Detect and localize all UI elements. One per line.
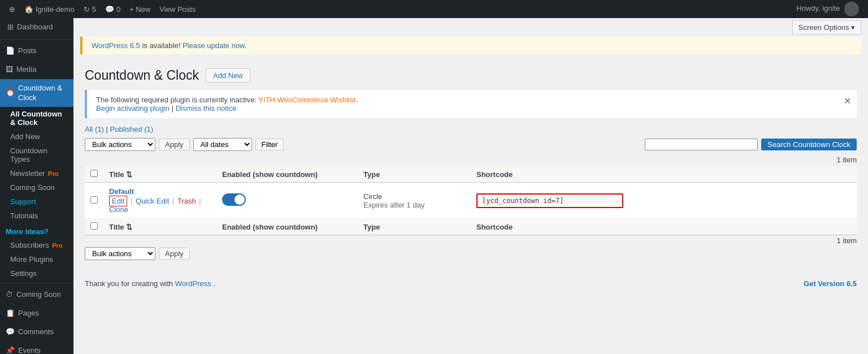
sidebar-item-dashboard[interactable]: ⊞ Dashboard bbox=[0, 18, 73, 37]
filter-all-link[interactable]: All (1) bbox=[85, 125, 104, 133]
wordpress-footer-link[interactable]: WordPress bbox=[175, 279, 211, 288]
countdown-table: Title ⇅ Enabled (show countdown) Type Sh… bbox=[85, 166, 857, 235]
dashboard-icon: ⊞ bbox=[7, 23, 14, 32]
wordpress-update-link[interactable]: WordPress 6.5 bbox=[92, 41, 140, 50]
plugin-name-link[interactable]: YITH WooCommerce Wishlist bbox=[258, 96, 355, 104]
add-new-sub-label: Add New bbox=[10, 132, 40, 141]
page-title: Countdown & Clock bbox=[85, 68, 199, 83]
quick-edit-link[interactable]: Quick Edit bbox=[136, 197, 169, 205]
bulk-actions-select-top[interactable]: Bulk actions bbox=[85, 138, 155, 151]
sort-icon-title-footer: ⇅ bbox=[126, 223, 132, 231]
sidebar-sub-subscribers[interactable]: Subscribers Pro bbox=[0, 238, 73, 252]
sidebar-more-ideas[interactable]: More Ideas? bbox=[0, 223, 73, 238]
col-header-checkbox bbox=[85, 166, 103, 183]
more-plugins-label: More Plugins bbox=[10, 255, 53, 264]
row-type-line1: Circle bbox=[363, 192, 465, 201]
sidebar-dashboard-label: Dashboard bbox=[17, 23, 53, 32]
wp-logo-item[interactable]: ⊕ bbox=[5, 0, 20, 18]
refresh-icon: ↻ bbox=[84, 5, 90, 14]
all-countdown-label: All Countdown & Clock bbox=[10, 110, 62, 127]
sidebar-sub-countdown-types[interactable]: Countdown Types bbox=[0, 144, 73, 166]
sidebar-sub-support[interactable]: Support bbox=[0, 195, 73, 209]
please-update-link[interactable]: Please update now. bbox=[183, 41, 246, 50]
comments-item[interactable]: 💬 0 bbox=[101, 0, 125, 18]
events-label: Events bbox=[18, 346, 41, 354]
row-type-cell: Circle Expires after 1 day bbox=[358, 183, 471, 219]
sidebar-sub-newsletter[interactable]: Newsletter Pro bbox=[0, 166, 73, 180]
sidebar-sub-settings[interactable]: Settings bbox=[0, 266, 73, 280]
search-input-top[interactable] bbox=[645, 139, 758, 150]
sidebar-item-media[interactable]: 🖼 Media bbox=[0, 61, 73, 79]
shortcode-input[interactable] bbox=[476, 193, 623, 208]
sidebar-item-comments[interactable]: 💬 Comments bbox=[0, 323, 73, 342]
media-icon: 🖼 bbox=[6, 65, 13, 75]
sidebar-item-pages[interactable]: 📋 Pages bbox=[0, 304, 73, 323]
sidebar-countdown-label: Countdown & Clock bbox=[18, 84, 68, 103]
enabled-toggle[interactable] bbox=[222, 193, 246, 206]
select-all-checkbox-bottom[interactable] bbox=[90, 222, 98, 230]
apply-button-bottom[interactable]: Apply bbox=[159, 248, 190, 260]
updates-item[interactable]: ↻ 5 bbox=[79, 0, 101, 18]
posts-icon: 📄 bbox=[6, 46, 15, 56]
site-name: Ignite-demo bbox=[36, 5, 75, 14]
comments-icon: 💬 bbox=[6, 327, 15, 337]
item-count-bottom: 1 item bbox=[85, 235, 857, 247]
sidebar-sub-tutorials[interactable]: Tutorials bbox=[0, 209, 73, 223]
add-new-button[interactable]: Add New bbox=[206, 68, 250, 83]
table-controls-left: Bulk actions Apply All dates Filter bbox=[85, 138, 284, 151]
sidebar-sub-all-countdown[interactable]: All Countdown & Clock bbox=[0, 107, 73, 129]
get-version-link[interactable]: Get Version 6.5 bbox=[804, 279, 857, 288]
trash-link[interactable]: Trash bbox=[177, 197, 196, 205]
notice-close-button[interactable]: ✕ bbox=[844, 96, 851, 106]
col-header-enabled: Enabled (show countdown) bbox=[216, 166, 358, 183]
view-posts-item[interactable]: View Posts bbox=[155, 0, 200, 18]
update-notice: WordPress 6.5 is available! Please updat… bbox=[80, 37, 861, 54]
date-filter-select-top[interactable]: All dates bbox=[193, 138, 252, 151]
dismiss-notice-link[interactable]: Dismiss this notice bbox=[176, 104, 237, 113]
comments-label: Comments bbox=[18, 327, 54, 337]
row-title-link[interactable]: Default bbox=[109, 187, 134, 196]
wp-logo-icon: ⊕ bbox=[9, 5, 15, 14]
apply-button-top[interactable]: Apply bbox=[159, 139, 190, 150]
sidebar-sub-more-plugins[interactable]: More Plugins bbox=[0, 252, 73, 266]
page-header: Countdown & Clock Add New bbox=[85, 68, 857, 83]
sidebar-item-posts[interactable]: 📄 Posts bbox=[0, 42, 73, 61]
update-notice-text: WordPress 6.5 is available! Please updat… bbox=[92, 41, 246, 50]
select-all-checkbox-top[interactable] bbox=[90, 170, 98, 177]
col-header-title[interactable]: Title ⇅ bbox=[103, 166, 216, 183]
sidebar-item-countdown[interactable]: ⏰ Countdown & Clock bbox=[0, 79, 73, 107]
footer-text: Thank you for creating with WordPress . bbox=[85, 279, 215, 288]
row-title-cell: Default Edit | Quick Edit | Trash | Clon… bbox=[103, 183, 216, 219]
countdown-types-label: Countdown Types bbox=[10, 146, 47, 163]
avatar-icon bbox=[844, 2, 859, 16]
content-inner: Countdown & Clock Add New The following … bbox=[73, 57, 868, 275]
activate-plugin-link[interactable]: Begin activating plugin bbox=[96, 104, 170, 113]
screen-options-button[interactable]: Screen Options ▾ bbox=[792, 20, 861, 34]
sort-icon-title: ⇅ bbox=[126, 170, 132, 179]
site-name-item[interactable]: 🏠 Ignite-demo bbox=[20, 0, 79, 18]
col-footer-title[interactable]: Title ⇅ bbox=[103, 219, 216, 235]
sidebar-sub-add-new[interactable]: Add New bbox=[0, 129, 73, 144]
howdy-text: Howdy, ignite bbox=[792, 2, 863, 16]
row-checkbox[interactable] bbox=[90, 196, 98, 204]
search-button-top[interactable]: Search Countdown Clock bbox=[761, 139, 857, 150]
row-enabled-cell bbox=[216, 183, 358, 219]
support-label: Support bbox=[10, 197, 36, 206]
view-posts-label: View Posts bbox=[159, 5, 196, 14]
table-footer-row: Title ⇅ Enabled (show countdown) Type Sh… bbox=[85, 219, 857, 235]
sidebar-item-coming-soon[interactable]: ⏱ Coming Soon bbox=[0, 286, 73, 304]
filter-published-link[interactable]: Published (1) bbox=[110, 125, 154, 133]
coming-soon-label: Coming Soon bbox=[16, 290, 61, 300]
screen-options-bar: Screen Options ▾ bbox=[73, 18, 868, 34]
bulk-actions-select-bottom[interactable]: Bulk actions bbox=[85, 247, 155, 260]
countdown-icon: ⏰ bbox=[6, 88, 15, 98]
filter-button-top[interactable]: Filter bbox=[255, 139, 284, 150]
sidebar-sub-coming-soon[interactable]: Coming Soon bbox=[0, 180, 73, 195]
settings-label: Settings bbox=[10, 269, 37, 278]
col-header-shortcode: Shortcode bbox=[471, 166, 857, 183]
sidebar-item-events[interactable]: 📌 Events bbox=[0, 342, 73, 354]
new-label: + New bbox=[129, 5, 150, 14]
clone-link[interactable]: Clone bbox=[109, 205, 128, 214]
new-item[interactable]: + New bbox=[125, 0, 155, 18]
toggle-knob bbox=[235, 195, 245, 205]
